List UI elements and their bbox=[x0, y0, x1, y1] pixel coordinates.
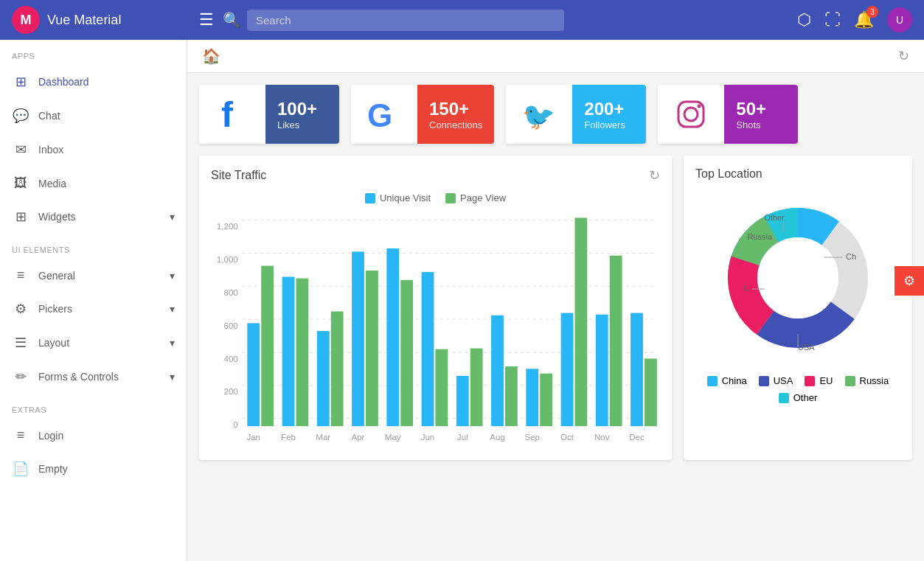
svg-text:800: 800 bbox=[223, 288, 238, 297]
twitter-icon-area: 🐦 bbox=[506, 85, 572, 144]
chevron-down-icon: ▾ bbox=[170, 211, 175, 223]
bar-chart-legend: Unique Visit Page View bbox=[211, 192, 660, 203]
svg-text:🐦: 🐦 bbox=[522, 100, 555, 132]
sidebar-item-media[interactable]: 🖼 Media bbox=[0, 167, 187, 200]
logo-text: Vue Material bbox=[47, 13, 121, 28]
stat-card-twitter: 🐦 200+ Followers bbox=[506, 85, 646, 144]
legend-russia: Russia bbox=[845, 375, 889, 386]
svg-rect-23 bbox=[282, 276, 295, 426]
svg-text:f: f bbox=[221, 96, 234, 133]
svg-rect-27 bbox=[352, 251, 364, 426]
widgets-icon: ⊞ bbox=[12, 209, 29, 225]
media-icon: 🖼 bbox=[12, 175, 29, 191]
eu-dot bbox=[805, 376, 815, 386]
russia-label: Russia bbox=[860, 375, 889, 386]
svg-text:Jun: Jun bbox=[421, 432, 435, 442]
svg-text:U: U bbox=[744, 284, 750, 293]
home-icon[interactable]: 🏠 bbox=[202, 47, 220, 65]
google-icon: G G bbox=[366, 96, 403, 133]
other-label: Other bbox=[793, 392, 818, 403]
sidebar-item-label: Media bbox=[38, 178, 175, 189]
layout-icon: ☰ bbox=[12, 335, 29, 351]
sidebar: Apps ⊞ Dashboard 💬 Chat ✉ Inbox 🖼 Media … bbox=[0, 40, 187, 561]
avatar[interactable]: U bbox=[887, 7, 912, 32]
svg-point-6 bbox=[698, 105, 701, 108]
svg-rect-25 bbox=[317, 331, 330, 426]
twitter-label: Followers bbox=[584, 119, 634, 130]
github-icon[interactable]: ⬡ bbox=[797, 10, 811, 29]
google-label: Connections bbox=[429, 119, 482, 130]
general-icon: ≡ bbox=[12, 268, 29, 283]
svg-text:Mar: Mar bbox=[316, 432, 330, 442]
svg-point-5 bbox=[684, 108, 698, 121]
svg-text:Other: Other bbox=[764, 213, 785, 222]
notification-button[interactable]: 🔔 3 bbox=[854, 10, 874, 29]
main-content: 🏠 ↻ f 100+ Likes G bbox=[187, 40, 924, 561]
search-input[interactable] bbox=[247, 10, 564, 31]
facebook-number: 100+ bbox=[277, 99, 327, 119]
legend-page-view: Page View bbox=[445, 192, 506, 203]
unique-visit-label: Unique Visit bbox=[380, 192, 431, 203]
sidebar-item-label: Widgets bbox=[38, 211, 161, 223]
forms-icon: ✏ bbox=[12, 369, 29, 385]
svg-text:1,200: 1,200 bbox=[217, 221, 238, 231]
donut-chart-svg: Ch U Other Russia USA bbox=[709, 189, 886, 366]
charts-row: Site Traffic ↻ Unique Visit Page View bbox=[187, 144, 924, 472]
chat-icon: 💬 bbox=[12, 108, 29, 124]
site-traffic-refresh-icon[interactable]: ↻ bbox=[649, 167, 660, 184]
search-icon: 🔍 bbox=[223, 11, 241, 29]
bar-chart-svg: 0 200 400 600 800 1,000 1,200 bbox=[211, 212, 660, 448]
svg-text:0: 0 bbox=[233, 419, 238, 429]
svg-rect-31 bbox=[422, 272, 434, 426]
google-icon-area: G G bbox=[351, 85, 417, 144]
sidebar-item-general[interactable]: ≡ General ▾ bbox=[0, 259, 187, 292]
logo-icon: M bbox=[12, 6, 40, 34]
fullscreen-icon[interactable]: ⛶ bbox=[824, 10, 841, 29]
svg-rect-28 bbox=[366, 271, 378, 426]
svg-text:Jan: Jan bbox=[246, 432, 260, 442]
sidebar-item-pickers[interactable]: ⚙ Pickers ▾ bbox=[0, 292, 187, 326]
apps-section-label: Apps bbox=[0, 40, 187, 65]
settings-fab-button[interactable]: ⚙ bbox=[895, 266, 924, 296]
site-traffic-header: Site Traffic ↻ bbox=[211, 167, 660, 184]
settings-fab-icon: ⚙ bbox=[903, 273, 915, 289]
sidebar-item-forms-controls[interactable]: ✏ Forms & Controls ▾ bbox=[0, 360, 187, 394]
svg-rect-30 bbox=[400, 280, 413, 426]
instagram-icon bbox=[673, 96, 709, 133]
svg-rect-24 bbox=[296, 279, 309, 427]
sidebar-item-login[interactable]: ≡ Login bbox=[0, 419, 187, 452]
refresh-icon[interactable]: ↻ bbox=[898, 48, 909, 64]
sidebar-item-empty[interactable]: 📄 Empty bbox=[0, 452, 187, 486]
legend-other: Other bbox=[779, 392, 818, 403]
svg-rect-43 bbox=[631, 313, 643, 427]
svg-text:Ch: Ch bbox=[846, 252, 856, 261]
legend-china: China bbox=[707, 375, 747, 386]
svg-rect-21 bbox=[247, 323, 260, 426]
sidebar-item-label: Dashboard bbox=[38, 76, 175, 88]
sidebar-item-chat[interactable]: 💬 Chat bbox=[0, 99, 187, 133]
sidebar-item-inbox[interactable]: ✉ Inbox bbox=[0, 133, 187, 167]
sidebar-item-dashboard[interactable]: ⊞ Dashboard bbox=[0, 65, 187, 99]
svg-text:Oct: Oct bbox=[560, 432, 574, 442]
svg-text:400: 400 bbox=[223, 354, 238, 363]
ui-elements-section-label: UI Elements bbox=[0, 234, 187, 259]
instagram-number: 50+ bbox=[736, 99, 786, 119]
sidebar-item-layout[interactable]: ☰ Layout ▾ bbox=[0, 326, 187, 360]
sidebar-item-widgets[interactable]: ⊞ Widgets ▾ bbox=[0, 200, 187, 234]
svg-rect-42 bbox=[610, 256, 622, 426]
google-number: 150+ bbox=[429, 99, 482, 119]
sidebar-item-label: Forms & Controls bbox=[38, 371, 161, 383]
svg-rect-34 bbox=[470, 349, 483, 427]
twitter-number: 200+ bbox=[584, 99, 634, 119]
usa-label: USA bbox=[774, 375, 793, 386]
sidebar-item-label: Pickers bbox=[38, 303, 161, 315]
instagram-stat-info: 50+ Shots bbox=[724, 85, 798, 144]
other-dot bbox=[779, 393, 789, 403]
legend-eu: EU bbox=[805, 375, 833, 386]
chevron-down-icon: ▾ bbox=[170, 303, 175, 315]
dashboard-icon: ⊞ bbox=[12, 74, 29, 90]
svg-rect-33 bbox=[456, 376, 469, 426]
menu-icon[interactable]: ☰ bbox=[199, 10, 214, 29]
chevron-down-icon: ▾ bbox=[170, 371, 175, 383]
top-location-header: Top Location bbox=[695, 167, 900, 181]
